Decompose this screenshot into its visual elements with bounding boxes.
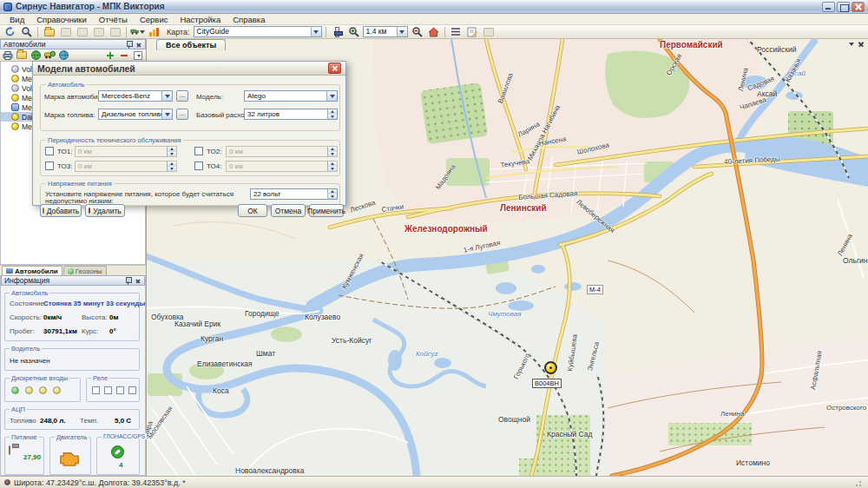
- tab-geozones[interactable]: Геозоны: [63, 266, 107, 275]
- zoom-out-button[interactable]: [410, 26, 424, 38]
- spin-down-icon[interactable]: [328, 115, 337, 120]
- spin-down-icon[interactable]: [328, 195, 337, 200]
- vehicle-marker[interactable]: [544, 361, 557, 374]
- folder-icon: [44, 29, 55, 36]
- power-group: Питание 27,90: [4, 437, 44, 475]
- to1-checkbox[interactable]: [45, 147, 54, 155]
- legend-button[interactable]: [449, 26, 464, 38]
- to2-checkbox[interactable]: [194, 147, 203, 155]
- voltage-spinner[interactable]: 22 вольт: [250, 188, 338, 200]
- battery-icon: [9, 445, 10, 455]
- close-icon[interactable]: [135, 277, 141, 283]
- cancel-button[interactable]: Отмена: [271, 204, 306, 217]
- minimize-button[interactable]: [822, 2, 835, 12]
- status-dot-icon: [4, 479, 10, 485]
- remove-button[interactable]: Удалить: [85, 204, 125, 217]
- pin-icon[interactable]: [126, 41, 132, 49]
- consumption-spinner[interactable]: 32 литров: [244, 109, 338, 120]
- tab-close-icon[interactable]: [857, 40, 865, 48]
- refresh-button[interactable]: [3, 26, 17, 38]
- measure-button[interactable]: [108, 26, 122, 38]
- tab-scroll-icon[interactable]: [849, 43, 854, 49]
- edit-button[interactable]: [16, 50, 28, 61]
- home-button[interactable]: [426, 26, 441, 38]
- chevron-down-icon[interactable]: [397, 27, 407, 36]
- add-button[interactable]: Добавить: [40, 204, 82, 217]
- view-dropdown[interactable]: [132, 50, 144, 61]
- apply-button[interactable]: Применить: [309, 204, 344, 217]
- consumption-value: 32 литров: [245, 109, 327, 119]
- menu-item[interactable]: Справочники: [30, 15, 93, 24]
- to3-field[interactable]: 0 км: [75, 161, 177, 172]
- extra-button[interactable]: [482, 26, 496, 38]
- pin-icon[interactable]: [125, 277, 131, 285]
- tab-all-objects[interactable]: Все объекты: [156, 39, 226, 50]
- info-panel: Информация Автомобиль Состояние: Стоянка…: [0, 275, 146, 476]
- menu-item[interactable]: Справка: [227, 15, 271, 24]
- tab-vehicles[interactable]: Автомобили: [2, 266, 62, 275]
- road-number-badge: М-4: [587, 285, 603, 294]
- group-label: Периодичность технического обслуживания: [46, 136, 183, 144]
- fuel-browse-button[interactable]: ...: [176, 109, 188, 120]
- search-button[interactable]: [19, 26, 34, 38]
- to2-field[interactable]: 0 км: [226, 146, 338, 157]
- add-vehicle-button[interactable]: [104, 50, 116, 61]
- to4-field[interactable]: 0 км: [226, 161, 338, 172]
- print-button[interactable]: [75, 26, 89, 38]
- show-on-map-button[interactable]: [43, 50, 56, 61]
- state-label: Состояние:: [10, 300, 46, 307]
- track-button[interactable]: [130, 26, 145, 38]
- relay-checkbox[interactable]: [128, 386, 136, 394]
- map-select[interactable]: CityGuide: [194, 26, 322, 37]
- report-chart-button[interactable]: [147, 26, 161, 38]
- relay-group: Реле: [86, 378, 140, 402]
- save-button[interactable]: [58, 26, 73, 38]
- dialog-close-button[interactable]: [328, 63, 341, 74]
- globe-button[interactable]: [30, 50, 42, 61]
- ok-button[interactable]: ОК: [238, 204, 267, 217]
- menu-item[interactable]: Сервис: [134, 15, 174, 24]
- map-label: Курган: [201, 334, 223, 343]
- edit-note-button[interactable]: [465, 26, 480, 38]
- dialog-title-bar[interactable]: Модели автомобилей: [33, 62, 345, 76]
- map-label: Ольгинская: [843, 256, 868, 265]
- altitude-value: 0м: [109, 313, 118, 321]
- speed-label: Скорость:: [10, 313, 42, 321]
- brand-select[interactable]: Mercedes-Benz: [98, 90, 173, 102]
- model-select[interactable]: Atego: [244, 90, 338, 102]
- remove-vehicle-button[interactable]: [118, 50, 130, 61]
- relay-checkbox[interactable]: [116, 386, 124, 394]
- copy-button[interactable]: [91, 26, 106, 38]
- menu-item[interactable]: Вид: [3, 15, 30, 24]
- close-button[interactable]: [852, 2, 865, 12]
- fuel-select[interactable]: Дизельное топливо: [98, 109, 173, 120]
- to4-checkbox[interactable]: [194, 162, 203, 170]
- close-icon[interactable]: [135, 41, 141, 47]
- maximize-button[interactable]: [837, 2, 850, 12]
- resize-grip[interactable]: [855, 478, 864, 487]
- map-label: Ленинский: [500, 203, 547, 213]
- scale-select[interactable]: 1.4 км: [363, 26, 408, 37]
- to3-checkbox[interactable]: [45, 162, 54, 170]
- vehicle-status-icon: [11, 75, 19, 82]
- to1-field[interactable]: 0 км: [75, 146, 177, 157]
- brand-browse-button[interactable]: ...: [176, 90, 188, 102]
- chevron-down-icon[interactable]: [161, 109, 172, 119]
- menu-item[interactable]: Отчёты: [93, 15, 134, 24]
- menu-item[interactable]: Настройка: [174, 15, 227, 24]
- globe2-button[interactable]: [57, 50, 69, 61]
- zoom-slider[interactable]: [330, 26, 345, 38]
- temp-value: 5,0 С: [115, 417, 131, 425]
- relay-checkbox[interactable]: [92, 386, 100, 394]
- relay-checkbox[interactable]: [104, 386, 112, 394]
- chevron-down-icon[interactable]: [161, 91, 172, 101]
- zoom-in-button[interactable]: [346, 26, 361, 38]
- print-button[interactable]: [2, 50, 14, 61]
- chevron-down-icon[interactable]: [311, 27, 321, 36]
- driver-group: Водитель Не назначен: [4, 348, 140, 371]
- chevron-down-icon[interactable]: [326, 91, 337, 101]
- to1-label: ТО1:: [57, 148, 72, 155]
- mileage-value: 30791,1км: [43, 327, 77, 335]
- open-folder-button[interactable]: [42, 26, 56, 38]
- discrete-inputs-group: Дискретные входы: [4, 378, 81, 402]
